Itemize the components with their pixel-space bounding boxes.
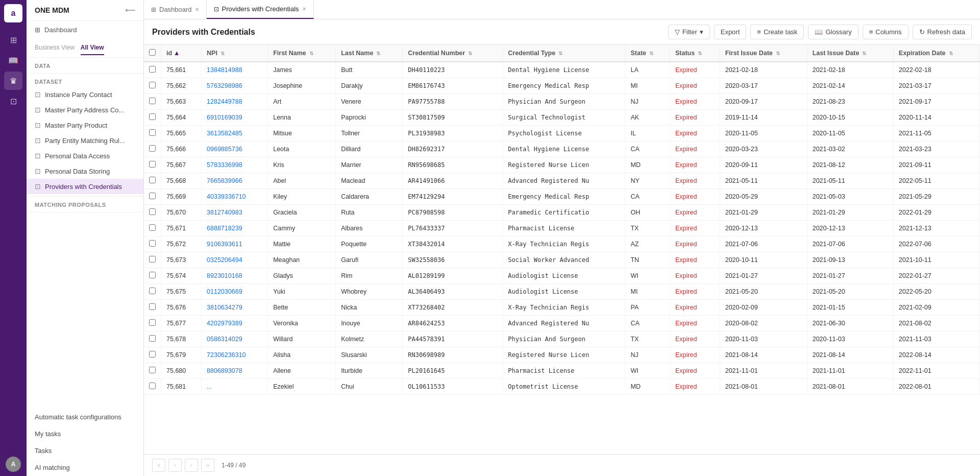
col-credential-number[interactable]: Credential Number ⇅ bbox=[403, 45, 503, 62]
row-checkbox[interactable] bbox=[149, 208, 156, 215]
row-checkbox-cell[interactable] bbox=[144, 189, 161, 205]
col-credential-type[interactable]: Credential Type ⇅ bbox=[503, 45, 625, 62]
row-checkbox[interactable] bbox=[149, 129, 156, 136]
tab-dashboard[interactable]: ⊞ Dashboard ✕ bbox=[144, 0, 207, 19]
cell-npi[interactable]: 5763298986 bbox=[202, 78, 268, 94]
pagination-next-button[interactable]: › bbox=[185, 459, 198, 472]
sidebar-item-ai-matching[interactable]: AI matching bbox=[27, 459, 143, 476]
cell-npi[interactable]: 7665839966 bbox=[202, 173, 268, 189]
columns-button[interactable]: ≡ Columns bbox=[863, 25, 909, 39]
row-checkbox[interactable] bbox=[149, 383, 156, 389]
select-all-header[interactable] bbox=[144, 45, 161, 62]
row-checkbox-cell[interactable] bbox=[144, 173, 161, 189]
cell-npi[interactable]: 4202979389 bbox=[202, 316, 268, 331]
cell-npi[interactable]: 1282449788 bbox=[202, 94, 268, 110]
row-checkbox-cell[interactable] bbox=[144, 78, 161, 94]
row-checkbox-cell[interactable] bbox=[144, 94, 161, 110]
row-checkbox[interactable] bbox=[149, 367, 156, 373]
row-checkbox-cell[interactable] bbox=[144, 284, 161, 300]
cell-npi[interactable]: 0586314029 bbox=[202, 331, 268, 347]
col-expiration-date[interactable]: Expiration Date ⇅ bbox=[893, 45, 979, 62]
col-first-issue-date[interactable]: First Issue Date ⇅ bbox=[720, 45, 807, 62]
col-state[interactable]: State ⇅ bbox=[625, 45, 670, 62]
row-checkbox-cell[interactable] bbox=[144, 205, 161, 221]
row-checkbox[interactable] bbox=[149, 240, 156, 247]
collapse-sidebar-button[interactable]: ⟵ bbox=[125, 6, 135, 14]
row-checkbox[interactable] bbox=[149, 177, 156, 183]
row-checkbox-cell[interactable] bbox=[144, 331, 161, 347]
cell-npi[interactable]: 6888718239 bbox=[202, 221, 268, 236]
cell-npi[interactable]: 3812740983 bbox=[202, 205, 268, 221]
row-checkbox-cell[interactable] bbox=[144, 252, 161, 268]
row-checkbox-cell[interactable] bbox=[144, 126, 161, 141]
cell-npi[interactable]: 72306236310 bbox=[202, 347, 268, 363]
cell-npi[interactable]: 1384814988 bbox=[202, 62, 268, 78]
col-status[interactable]: Status ⇅ bbox=[670, 45, 720, 62]
sidebar-item-instance-party-contact[interactable]: ⊡ Instance Party Contact bbox=[27, 87, 143, 102]
row-checkbox-cell[interactable] bbox=[144, 221, 161, 236]
user-avatar[interactable]: A bbox=[6, 457, 21, 472]
cell-npi[interactable]: 0325206494 bbox=[202, 252, 268, 268]
query-nav-icon[interactable]: ⊡ bbox=[4, 92, 22, 110]
row-checkbox-cell[interactable] bbox=[144, 316, 161, 331]
sidebar-item-party-entity-matching[interactable]: ⊡ Party Entity Matching Rul... bbox=[27, 133, 143, 148]
row-checkbox[interactable] bbox=[149, 98, 156, 104]
row-checkbox[interactable] bbox=[149, 351, 156, 358]
cell-npi[interactable]: 0969885736 bbox=[202, 141, 268, 157]
col-last-issue-date[interactable]: Last Issue Date ⇅ bbox=[807, 45, 893, 62]
home-nav-icon[interactable]: ⊞ bbox=[4, 31, 22, 49]
row-checkbox-cell[interactable] bbox=[144, 268, 161, 284]
row-checkbox-cell[interactable] bbox=[144, 110, 161, 126]
cell-npi[interactable]: 9106393611 bbox=[202, 236, 268, 252]
col-first-name[interactable]: First Name ⇅ bbox=[268, 45, 336, 62]
row-checkbox[interactable] bbox=[149, 272, 156, 278]
col-last-name[interactable]: Last Name ⇅ bbox=[336, 45, 403, 62]
row-checkbox-cell[interactable] bbox=[144, 300, 161, 316]
sidebar-item-providers-credentials[interactable]: ⊡ Providers with Credentials bbox=[27, 179, 143, 194]
cell-npi[interactable]: 8923010168 bbox=[202, 268, 268, 284]
tab-business-view[interactable]: Business View bbox=[35, 41, 75, 55]
row-checkbox-cell[interactable] bbox=[144, 379, 161, 395]
row-checkbox[interactable] bbox=[149, 82, 156, 88]
cell-npi[interactable]: 40339336710 bbox=[202, 189, 268, 205]
row-checkbox-cell[interactable] bbox=[144, 236, 161, 252]
cell-npi[interactable]: 5783336998 bbox=[202, 157, 268, 173]
cell-npi[interactable]: 0112030669 bbox=[202, 284, 268, 300]
cell-npi[interactable]: 3810634279 bbox=[202, 300, 268, 316]
select-all-checkbox[interactable] bbox=[149, 49, 156, 56]
tab-all-view[interactable]: All View bbox=[81, 41, 104, 55]
sidebar-item-dashboard[interactable]: ⊞ Dashboard bbox=[27, 21, 143, 39]
row-checkbox-cell[interactable] bbox=[144, 62, 161, 78]
pagination-prev-button[interactable]: ‹ bbox=[168, 459, 182, 472]
glossary-button[interactable]: 📖 Glossary bbox=[808, 25, 858, 39]
sidebar-item-automatic-task[interactable]: Automatic task configurations bbox=[27, 409, 143, 425]
row-checkbox[interactable] bbox=[149, 193, 156, 199]
col-id[interactable]: id ▲ bbox=[161, 45, 202, 62]
sidebar-item-my-tasks[interactable]: My tasks bbox=[27, 425, 143, 442]
col-npi[interactable]: NPI ⇅ bbox=[202, 45, 268, 62]
row-checkbox[interactable] bbox=[149, 303, 156, 310]
row-checkbox-cell[interactable] bbox=[144, 141, 161, 157]
pagination-first-button[interactable]: « bbox=[152, 459, 165, 472]
row-checkbox[interactable] bbox=[149, 66, 156, 73]
cell-npi[interactable]: 6910169039 bbox=[202, 110, 268, 126]
row-checkbox-cell[interactable] bbox=[144, 363, 161, 379]
row-checkbox[interactable] bbox=[149, 145, 156, 152]
tab-providers-credentials[interactable]: ⊡ Providers with Credentials ✕ bbox=[207, 0, 314, 19]
crown-nav-icon[interactable]: ♛ bbox=[4, 72, 22, 90]
row-checkbox-cell[interactable] bbox=[144, 157, 161, 173]
tab-providers-close[interactable]: ✕ bbox=[302, 6, 306, 12]
sidebar-item-personal-data-access[interactable]: ⊡ Personal Data Access bbox=[27, 148, 143, 163]
pagination-last-button[interactable]: » bbox=[201, 459, 214, 472]
cell-npi[interactable]: 3613582485 bbox=[202, 126, 268, 141]
row-checkbox[interactable] bbox=[149, 224, 156, 231]
row-checkbox[interactable] bbox=[149, 335, 156, 342]
row-checkbox[interactable] bbox=[149, 113, 156, 120]
row-checkbox-cell[interactable] bbox=[144, 347, 161, 363]
cell-npi[interactable]: 8806893078 bbox=[202, 363, 268, 379]
tab-dashboard-close[interactable]: ✕ bbox=[195, 7, 199, 12]
filter-button[interactable]: ▽ Filter ▾ bbox=[668, 25, 710, 39]
refresh-data-button[interactable]: ↻ Refresh data bbox=[913, 25, 972, 39]
create-task-button[interactable]: ≡ Create task bbox=[750, 25, 804, 39]
sidebar-item-master-party-product[interactable]: ⊡ Master Party Product bbox=[27, 117, 143, 133]
